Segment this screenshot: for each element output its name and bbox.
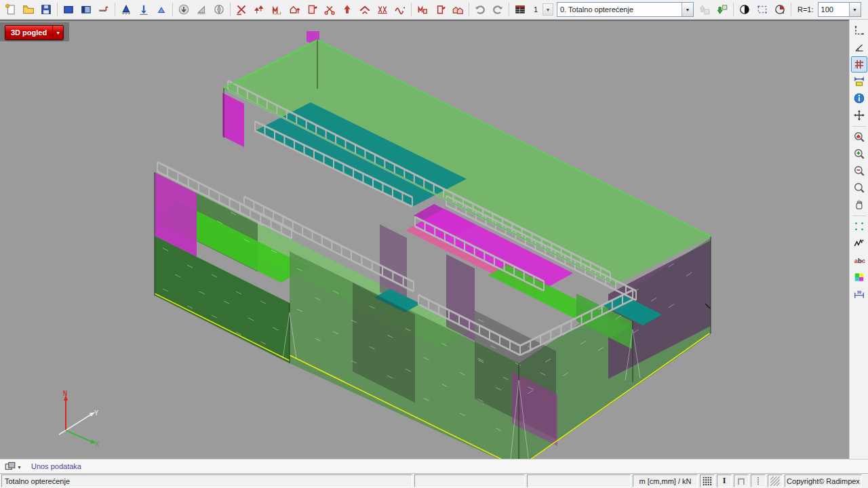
- delete-load-button[interactable]: [233, 1, 250, 18]
- view-selector-button[interactable]: 3D pogled ▼: [5, 25, 64, 40]
- roof-load-button[interactable]: [356, 1, 374, 18]
- point-load-button[interactable]: [338, 1, 356, 18]
- open-file-button[interactable]: [20, 1, 37, 18]
- status-axis-toggle[interactable]: [751, 474, 766, 487]
- beam-icon: [98, 3, 110, 16]
- svg-text:N: N: [63, 390, 67, 397]
- zoom-window-button[interactable]: [851, 180, 867, 196]
- entity-visibility-button[interactable]: [851, 56, 867, 73]
- chevron-down-icon[interactable]: ▼: [17, 465, 22, 470]
- dimension-units-button[interactable]: 10: [851, 286, 867, 302]
- view-button-strip: 3D pogled ▼: [0, 22, 69, 41]
- pi-symbol-icon: [735, 475, 747, 487]
- status-section-toggle[interactable]: [734, 474, 749, 487]
- frame-load-button[interactable]: [268, 1, 285, 18]
- toolbar-separator: [172, 3, 173, 16]
- line-load-button[interactable]: [391, 1, 409, 18]
- svg-text:X: X: [95, 441, 99, 448]
- save-file-button[interactable]: [37, 1, 55, 18]
- chevron-down-icon[interactable]: ▼: [52, 26, 63, 39]
- dim-corner-icon: [853, 24, 865, 37]
- svg-text:10: 10: [856, 289, 861, 294]
- truss-load-button[interactable]: [374, 1, 391, 18]
- red-arrow-up-icon: [341, 3, 353, 16]
- surface-check-button[interactable]: [193, 1, 210, 18]
- table-icon: [514, 3, 526, 16]
- fixed-support-button[interactable]: [117, 1, 135, 18]
- right-toolbar: abc10: [849, 20, 868, 459]
- status-hatch-toggle[interactable]: [768, 474, 783, 487]
- slab-input-button[interactable]: [60, 1, 77, 18]
- toolbar-separator: [733, 3, 734, 16]
- load-case-combo[interactable]: 0. Totalno opterećenje ▼: [557, 2, 694, 17]
- dimension-tool-button[interactable]: [851, 22, 867, 39]
- red-house-up-icon: [288, 3, 300, 16]
- panel-load-button[interactable]: [303, 1, 321, 18]
- toolbar-separator: [230, 3, 231, 16]
- palette-icon: [853, 271, 865, 283]
- render-mode-button[interactable]: [771, 1, 789, 18]
- diagram-view-button[interactable]: [851, 235, 867, 251]
- status-bar: Totalno opterećenjem [cm,mm] / kNICopyri…: [0, 474, 868, 488]
- load-transfer-button[interactable]: [175, 1, 193, 18]
- status-empty-2: [527, 474, 631, 487]
- zigzag-icon: [853, 237, 865, 249]
- mode-label: Unos podataka: [31, 462, 81, 470]
- level-spinner[interactable]: 1 ▼: [530, 3, 553, 16]
- main-toolbar: 1 ▼0. Totalno opterećenje ▼R=1:100 ▼: [0, 0, 868, 20]
- toolbar-separator: [57, 3, 58, 16]
- zoom-minus-icon: [853, 165, 865, 177]
- app-window: 1 ▼0. Totalno opterećenje ▼R=1:100 ▼ NYX…: [0, 0, 868, 488]
- storey-load-button[interactable]: [449, 1, 467, 18]
- move-load-up-button[interactable]: [250, 1, 268, 18]
- cut-load-button[interactable]: [321, 1, 338, 18]
- mesh-view-button[interactable]: [851, 218, 867, 235]
- color-settings-button[interactable]: [851, 269, 867, 285]
- canvas-3d-view[interactable]: NYX 3D pogled ▼: [0, 20, 849, 459]
- dimension-style-button[interactable]: [851, 73, 867, 89]
- move-tool-button[interactable]: [851, 107, 867, 123]
- tee-icon: [138, 3, 150, 16]
- chevron-down-icon[interactable]: ▼: [849, 3, 861, 16]
- circle-red-icon: [774, 3, 786, 16]
- zoom-out-button[interactable]: [851, 163, 867, 179]
- undo-button[interactable]: [471, 1, 489, 18]
- compass-icon: [213, 3, 225, 16]
- selection-mode-button[interactable]: [753, 1, 771, 18]
- red-m-icon: [271, 3, 283, 16]
- window-switch-icon[interactable]: [4, 460, 16, 472]
- wall-input-button[interactable]: [77, 1, 95, 18]
- scissors-icon: [323, 3, 336, 16]
- new-file-button[interactable]: [2, 1, 20, 18]
- load-case-combo-value: 0. Totalno opterećenje: [557, 5, 682, 14]
- redo-button[interactable]: [489, 1, 507, 18]
- undo-icon: [474, 3, 486, 16]
- roller-support-button[interactable]: [153, 1, 170, 18]
- dots-vert-icon: [752, 475, 764, 487]
- status-cursor-mode[interactable]: I: [717, 474, 732, 487]
- angle-tool-button[interactable]: [851, 39, 867, 56]
- house-load-button[interactable]: [285, 1, 303, 18]
- chevron-down-icon[interactable]: ▼: [682, 3, 693, 16]
- wall-load-button[interactable]: [414, 1, 431, 18]
- status-mesh-toggle[interactable]: [700, 474, 715, 487]
- chevron-down-icon[interactable]: ▼: [542, 3, 553, 16]
- work-area: NYX 3D pogled ▼ abc10: [0, 20, 868, 459]
- point-support-button[interactable]: [135, 1, 153, 18]
- view-button-label: 3D pogled: [5, 26, 52, 39]
- rotate-entity-button[interactable]: [210, 1, 228, 18]
- export-loads-button[interactable]: [713, 1, 731, 18]
- opening-load-button[interactable]: [431, 1, 449, 18]
- hand-icon: [853, 199, 865, 211]
- zoom-extents-button[interactable]: [851, 129, 867, 145]
- info-tool-button[interactable]: [851, 90, 867, 106]
- scale-combo[interactable]: 100 ▼: [818, 2, 861, 17]
- contrast-view-button[interactable]: [736, 1, 753, 18]
- zoom-in-button[interactable]: [851, 146, 867, 162]
- beam-input-button[interactable]: [95, 1, 113, 18]
- load-table-button[interactable]: [511, 1, 529, 18]
- pan-view-button[interactable]: [851, 197, 867, 213]
- red-roof-icon: [359, 3, 371, 16]
- model-interior-purple-1: [446, 254, 475, 341]
- text-visibility-button[interactable]: abc: [851, 252, 867, 268]
